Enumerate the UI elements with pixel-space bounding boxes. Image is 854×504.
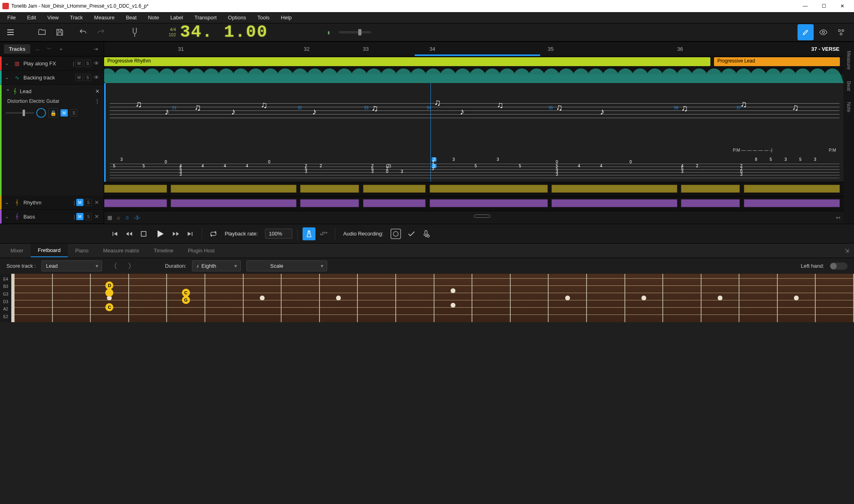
track-row-bass[interactable]: ⌄ 𝄞 Bass | M S ✕ [0, 210, 104, 224]
track-row-rhythm[interactable]: ⌄ 𝄞 Rhythm | M S ✕ [0, 196, 104, 210]
stop-icon[interactable] [137, 227, 150, 240]
fret[interactable] [15, 274, 53, 322]
side-tab-beat[interactable]: Beat [845, 75, 853, 97]
duration-select[interactable]: ♪Eighth [192, 260, 241, 271]
fret[interactable] [282, 274, 320, 322]
close-track-icon[interactable]: ✕ [93, 213, 100, 220]
mute-button[interactable]: M [76, 213, 84, 220]
fret[interactable] [816, 274, 854, 322]
settings-icon[interactable] [833, 24, 849, 40]
collapse-sidebar-icon[interactable]: ⇥ [92, 44, 100, 54]
fretboard-note[interactable]: C [105, 303, 113, 311]
edit-mode-icon[interactable] [798, 24, 814, 40]
chevron-up-icon[interactable]: ⌃ [6, 88, 10, 94]
fret[interactable] [511, 274, 549, 322]
record-button[interactable] [390, 229, 401, 239]
menu-view[interactable]: View [42, 13, 64, 22]
redo-icon[interactable] [93, 24, 109, 40]
panel-options-icon[interactable]: ⇲ [843, 246, 851, 255]
fret[interactable] [434, 274, 473, 322]
minimize-button[interactable]: — [796, 0, 814, 12]
fret[interactable] [320, 274, 358, 322]
fret[interactable] [778, 274, 816, 322]
menu-options[interactable]: Options [222, 13, 252, 22]
tab-measure-matrix[interactable]: Measure matrix [96, 244, 146, 257]
forward-icon[interactable] [169, 227, 182, 240]
save-file-icon[interactable] [52, 24, 68, 40]
fret[interactable] [244, 274, 282, 322]
fret[interactable] [587, 274, 625, 322]
score-area[interactable]: 31 32 33 34 35 36 37 ♫ ♪ ♫ ♪ ♫ ♪ ♫ ♫ ♪ ♫… [104, 83, 844, 182]
tab-timeline[interactable]: Timeline [146, 244, 181, 257]
fret[interactable] [205, 274, 244, 322]
visibility-icon[interactable]: 👁 [92, 74, 100, 81]
fret[interactable] [396, 274, 434, 322]
bass-block-lane[interactable] [104, 196, 844, 211]
fret[interactable] [625, 274, 664, 322]
menu-transport[interactable]: Transport [189, 13, 222, 22]
fret[interactable] [129, 274, 167, 322]
goto-start-icon[interactable] [108, 227, 121, 240]
link-icon[interactable]: | [74, 214, 75, 220]
menu-help[interactable]: Help [275, 13, 297, 22]
menu-measure[interactable]: Measure [88, 13, 120, 22]
goto-end-icon[interactable] [184, 227, 197, 240]
mute-button[interactable]: M [75, 60, 83, 67]
zoom-icon[interactable]: ⌕ [117, 215, 120, 221]
tuning-fork-icon[interactable] [127, 24, 143, 40]
menu-edit[interactable]: Edit [21, 13, 42, 22]
track-row-lead-expanded[interactable]: ⌃ 𝄞 Lead ✕ Distortion Electric Guitar ⋮ … [0, 85, 104, 196]
transpose-value[interactable]: -3- [134, 215, 140, 221]
link-icon[interactable]: | [74, 200, 75, 206]
pan-knob[interactable] [36, 108, 46, 118]
solo-button[interactable]: S [70, 109, 77, 117]
menu-label[interactable]: Label [165, 13, 189, 22]
score-track-select[interactable]: Lead [42, 260, 102, 271]
tracks-tab[interactable]: Tracks [4, 44, 30, 54]
close-track-icon[interactable]: ✕ [95, 88, 100, 94]
fretboard-note[interactable]: C [182, 289, 190, 297]
chevron-down-icon[interactable]: ⌄ [5, 214, 10, 219]
fret[interactable]: DC [91, 274, 129, 322]
solo-button[interactable]: S [84, 74, 91, 81]
link-icon[interactable]: | [73, 60, 74, 67]
scroll-back-icon[interactable]: ↤ [836, 215, 840, 221]
tab-fretboard[interactable]: Fretboard [31, 244, 68, 257]
loop-icon[interactable] [207, 227, 220, 240]
fretboard[interactable]: DCCG [11, 274, 854, 322]
play-icon[interactable] [152, 226, 168, 242]
track-down-icon[interactable]: ﹀ [45, 44, 54, 54]
count-in-icon[interactable]: ₁2³⁴ [317, 227, 330, 240]
next-beat-icon[interactable]: 〉 [125, 261, 138, 271]
left-hand-toggle[interactable] [830, 262, 848, 270]
menu-tools[interactable]: Tools [252, 13, 275, 22]
more-options-icon[interactable]: ⋮ [95, 98, 100, 104]
master-volume-slider[interactable] [339, 31, 371, 33]
checkmark-icon[interactable] [405, 227, 418, 240]
view-mode-icon[interactable] [815, 24, 831, 40]
mute-button[interactable]: M [75, 74, 83, 81]
add-track-icon[interactable]: ＋ [57, 44, 65, 54]
tab-mixer[interactable]: Mixer [3, 244, 31, 257]
hamburger-button[interactable] [2, 24, 19, 40]
fret[interactable] [53, 274, 91, 322]
menu-track[interactable]: Track [64, 13, 88, 22]
fret[interactable] [472, 274, 511, 322]
rhythm-block-lane[interactable] [104, 182, 844, 196]
fret[interactable] [358, 274, 396, 322]
waveform-lane[interactable] [104, 67, 844, 83]
track-volume-slider[interactable] [6, 112, 34, 114]
prev-beat-icon[interactable]: 〈 [108, 261, 120, 271]
scale-select[interactable]: Scale [246, 260, 327, 271]
solo-button[interactable]: S [85, 199, 92, 206]
tab-piano[interactable]: Piano [68, 244, 96, 257]
side-tab-measure[interactable]: Measure [845, 45, 853, 75]
chevron-down-icon[interactable]: ⌄ [5, 200, 10, 205]
maximize-button[interactable]: ☐ [814, 0, 833, 12]
region-progressive-lead[interactable]: Progressive Lead [714, 57, 840, 66]
mute-button[interactable]: M [61, 109, 68, 117]
open-file-icon[interactable] [34, 24, 50, 40]
visibility-icon[interactable]: 👁 [92, 60, 100, 67]
grid-icon[interactable]: ▦ [107, 215, 112, 221]
metronome-icon[interactable] [303, 227, 315, 240]
